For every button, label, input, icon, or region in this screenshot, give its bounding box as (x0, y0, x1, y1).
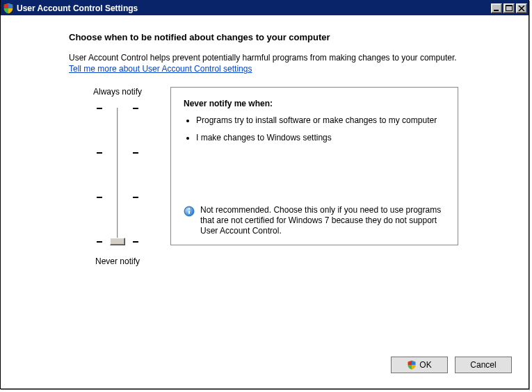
panel-bullet: Programs try to install software or make… (196, 115, 445, 126)
middle-section: Always notify Never notify Never notify … (69, 87, 516, 266)
help-link[interactable]: Tell me more about User Account Control … (69, 64, 252, 74)
panel-bullet: I make changes to Windows settings (196, 133, 445, 143)
slider-tick (97, 197, 138, 198)
slider-column: Always notify Never notify (69, 87, 166, 266)
slider-thumb[interactable] (110, 238, 125, 245)
close-button[interactable] (516, 3, 527, 13)
slider-tick (97, 152, 138, 154)
panel-heading: Never notify me when: (184, 99, 445, 108)
slider-tick (97, 108, 138, 109)
svg-rect-2 (506, 5, 513, 6)
page-title: Choose when to be notified about changes… (69, 32, 516, 42)
panel-note: Not recommended. Choose this only if you… (200, 205, 445, 236)
cancel-button-label: Cancel (470, 360, 496, 370)
svg-point-6 (188, 208, 190, 209)
panel-note-row: Not recommended. Choose this only if you… (184, 205, 445, 236)
ok-button-label: OK (419, 360, 431, 370)
description-text: User Account Control helps prevent poten… (69, 53, 457, 63)
cancel-button[interactable]: Cancel (455, 357, 512, 373)
uac-slider[interactable] (97, 102, 138, 251)
window-frame: User Account Control Settings Choose whe… (0, 0, 529, 389)
notify-panel: Never notify me when: Programs try to in… (170, 87, 458, 245)
description-block: User Account Control helps prevent poten… (69, 52, 516, 74)
shield-icon (3, 3, 14, 14)
titlebar: User Account Control Settings (1, 0, 529, 15)
slider-bottom-label: Never notify (95, 256, 140, 266)
ok-button[interactable]: OK (391, 357, 448, 373)
slider-top-label: Always notify (93, 87, 142, 97)
window-title: User Account Control Settings (17, 3, 490, 13)
shield-icon (407, 360, 417, 370)
svg-rect-0 (494, 10, 499, 11)
minimize-button[interactable] (491, 3, 502, 13)
window-controls (490, 3, 529, 13)
button-row: OK Cancel (13, 357, 516, 376)
info-icon (184, 206, 195, 217)
svg-rect-5 (188, 211, 190, 214)
panel-bullet-list: Programs try to install software or make… (196, 115, 445, 150)
slider-track (117, 108, 118, 245)
maximize-button[interactable] (503, 3, 515, 13)
client-area: Choose when to be notified about changes… (1, 15, 529, 389)
